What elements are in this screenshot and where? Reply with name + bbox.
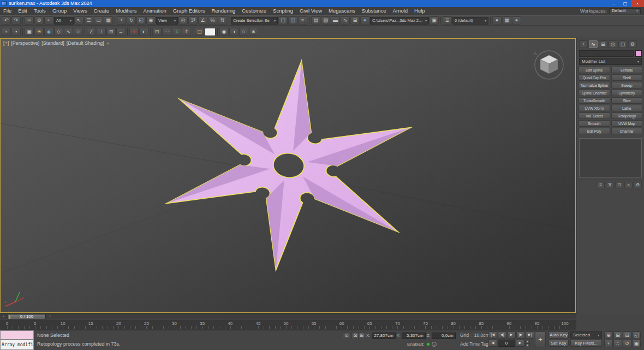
export-scene-icon[interactable]: ⇑ — [182, 28, 191, 36]
snap-settings-icon[interactable]: ∠ — [87, 28, 96, 36]
key-filters-selection-dropdown[interactable]: Selected — [570, 331, 602, 339]
select-and-link-icon[interactable]: ∞ — [25, 16, 34, 25]
view-cube[interactable]: ⌂ — [532, 48, 567, 82]
ortho-toggle-icon[interactable]: ⊥ — [97, 28, 106, 36]
grid-settings-icon[interactable]: ⊞ — [106, 28, 116, 36]
menu-item-create[interactable]: Create — [90, 7, 112, 15]
time-slider[interactable]: ‹ 0 / 100 › — [0, 313, 576, 319]
background-swatch-icon[interactable] — [205, 28, 216, 36]
previous-key-button[interactable]: ◀| — [498, 331, 506, 339]
track-bar[interactable]: 0510152025303540455055606570758085909510… — [0, 320, 576, 330]
menu-item-views[interactable]: Views — [70, 7, 90, 15]
physical-camera-icon[interactable]: ◉ — [219, 28, 229, 36]
modifier-button-retopology[interactable]: Retopology — [611, 112, 643, 119]
menu-item-rendering[interactable]: Rendering — [208, 7, 238, 15]
zoom-icon[interactable]: ⊕ — [604, 331, 613, 339]
remove-modifier-icon[interactable]: × — [624, 182, 633, 188]
project-path-dropdown[interactable]: C:\Users\Paz...3ds Max 2024▾ — [370, 17, 429, 25]
megascans-import-icon[interactable]: ⇓ — [172, 28, 181, 36]
modifier-list-dropdown[interactable]: Modifier List — [579, 58, 642, 65]
create-tab[interactable]: + — [579, 40, 588, 48]
auto-key-button[interactable]: Auto Key — [548, 331, 569, 339]
object-name-field[interactable] — [579, 50, 634, 57]
snaps-toggle-icon[interactable]: 3³ — [188, 16, 198, 25]
y-coord-field[interactable]: -5,307cm — [402, 333, 426, 339]
object-color-swatch[interactable] — [635, 50, 642, 57]
modifier-button-slice[interactable]: Slice — [611, 97, 643, 104]
menu-item-arnold[interactable]: Arnold — [390, 7, 411, 15]
zoom-region-icon[interactable]: ◱ — [632, 331, 641, 339]
add-time-tag-button[interactable]: Add Time Tag — [460, 342, 488, 347]
shuriken-body[interactable] — [160, 47, 417, 284]
unlink-selection-icon[interactable]: ⊘ — [34, 16, 44, 25]
layer-dropdown[interactable]: 0 (default)▾ — [452, 17, 488, 25]
menu-item-tools[interactable]: Tools — [31, 7, 49, 15]
modifier-button-uvw-xform[interactable]: UVW Xform — [579, 105, 610, 111]
create-light-icon[interactable]: ☀ — [34, 28, 44, 36]
modifier-button-spline-chamfer[interactable]: Spline Chamfer — [579, 90, 610, 96]
maxscript-listener-line[interactable]: Array modifi — [0, 340, 34, 350]
info-icon[interactable]: i — [432, 342, 437, 347]
named-selection-sets-dropdown[interactable]: Create Selection Se▾ — [231, 17, 278, 25]
undo-icon[interactable]: ↶ — [2, 16, 11, 25]
menu-item-substance[interactable]: Substance — [359, 7, 390, 15]
viewport-standard-menu[interactable]: [Standard] — [41, 41, 64, 46]
menu-item-megascans[interactable]: Megascans — [325, 7, 359, 15]
mirror-icon[interactable]: ◫ — [288, 16, 297, 25]
render-last-icon[interactable]: ◐ — [139, 28, 148, 36]
menu-item-customize[interactable]: Customize — [238, 7, 270, 15]
angle-snap-icon[interactable]: ∠ — [198, 16, 207, 25]
spinner-up-icon[interactable]: ▲ — [525, 340, 530, 343]
select-and-move-icon[interactable]: + — [117, 16, 126, 25]
maximize-viewport-toggle-icon[interactable]: ▣ — [632, 340, 641, 347]
configure-modifier-sets-icon[interactable]: ⚙ — [634, 182, 642, 188]
next-frame-button[interactable]: ▶ — [516, 340, 524, 347]
absolute-mode-toggle-icon[interactable]: ⊞ — [358, 332, 365, 339]
viewport-pov-menu[interactable]: [Perspective] — [11, 41, 39, 46]
create-shape-icon[interactable]: ◇ — [54, 28, 63, 36]
schematic-view-icon[interactable]: ⊞ — [350, 16, 360, 25]
spinner-snap-icon[interactable]: ⇅ — [218, 16, 227, 25]
go-to-start-button[interactable]: |◀ — [488, 331, 497, 339]
enabled-indicator-icon[interactable] — [426, 342, 430, 346]
spacing-tool-icon[interactable]: ⋯ — [162, 28, 171, 36]
modifier-button-shell[interactable]: Shell — [611, 74, 643, 81]
menu-item-civil-view[interactable]: Civil View — [296, 7, 325, 15]
menu-item-graph-editors[interactable]: Graph Editors — [170, 7, 208, 15]
toggle-scene-explorer-icon[interactable]: ▤ — [311, 16, 320, 25]
z-coord-field[interactable]: 0,0cm — [432, 333, 456, 339]
walk-through-icon[interactable]: ∴ — [613, 340, 622, 347]
modifier-button-extrude[interactable]: Extrude — [611, 67, 643, 73]
edit-named-selections-icon[interactable]: ▢ — [278, 16, 288, 25]
modifier-button-sweep[interactable]: Sweep — [611, 82, 643, 88]
curve-editor-icon[interactable]: ∿ — [341, 16, 350, 25]
menu-item-animation[interactable]: Animation — [140, 7, 170, 15]
shuriken-object[interactable] — [160, 47, 417, 284]
create-camera-icon[interactable]: ▣ — [25, 28, 34, 36]
key-filters-button[interactable]: Key Filters... — [570, 340, 602, 347]
x-coord-field[interactable]: 27,807cm — [372, 333, 396, 339]
home-icon[interactable]: ⌂ — [534, 51, 536, 56]
material-override-icon[interactable]: ▢ — [195, 28, 204, 36]
bind-to-space-warp-icon[interactable]: ≈ — [44, 16, 53, 25]
select-and-place-icon[interactable]: ◉ — [146, 16, 156, 25]
modifier-button-edit-spline[interactable]: Edit Spline — [579, 67, 610, 73]
isolate-selection-toggle-icon[interactable]: ⊙ — [343, 332, 350, 339]
environment-icon[interactable]: ○ — [239, 28, 248, 36]
next-key-button[interactable]: |▶ — [516, 331, 525, 339]
select-by-name-icon[interactable]: ☰ — [84, 16, 93, 25]
set-key-mode-button[interactable]: + — [535, 331, 546, 347]
modifier-button-lathe[interactable]: Lathe — [611, 105, 643, 111]
make-unique-icon[interactable]: ⊡ — [615, 182, 623, 188]
create-spline-icon[interactable]: ∿ — [64, 28, 73, 36]
physics-icon[interactable]: ○ — [74, 28, 83, 36]
toggle-ribbon-icon[interactable]: ▬ — [331, 16, 340, 25]
workspace-dropdown[interactable]: Default — [609, 8, 641, 14]
set-key-button[interactable]: Set Key — [548, 340, 569, 347]
reference-coordinate-dropdown[interactable]: View▾ — [156, 17, 178, 25]
menu-item-file[interactable]: File — [0, 7, 15, 15]
maximize-button[interactable]: ▢ — [619, 0, 631, 7]
display-tab[interactable]: ▢ — [618, 40, 627, 48]
macro-recorder-line[interactable] — [0, 330, 34, 340]
time-step-forward-button[interactable]: › — [47, 314, 52, 319]
